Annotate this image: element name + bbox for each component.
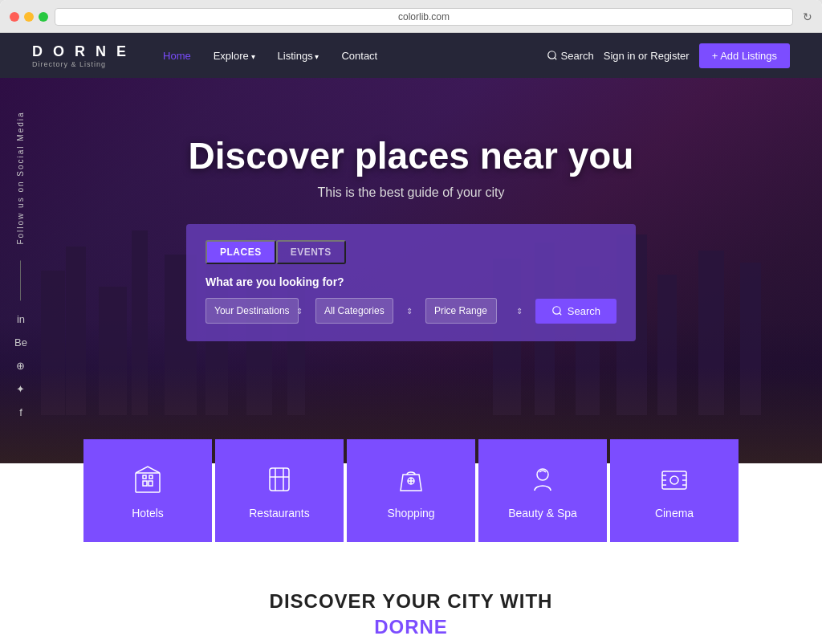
- linkedin-icon[interactable]: in: [17, 314, 25, 326]
- twitter-icon[interactable]: ✦: [16, 384, 25, 396]
- maximize-button[interactable]: [39, 12, 48, 22]
- hotels-icon: [130, 462, 165, 497]
- price-wrapper: Price Range $0 - $50 $50 - $100 $100+: [425, 298, 529, 324]
- destination-wrapper: Your Destinations New York Los Angeles C…: [206, 298, 309, 324]
- instagram-icon[interactable]: ⊕: [16, 361, 25, 373]
- price-select[interactable]: Price Range $0 - $50 $50 - $100 $100+: [425, 298, 497, 324]
- search-row: Your Destinations New York Los Angeles C…: [206, 298, 616, 324]
- logo-subtitle: Directory & Listing: [32, 60, 129, 68]
- logo-title: D O R N E: [32, 43, 129, 60]
- navbar: D O R N E Directory & Listing Home Explo…: [0, 33, 822, 78]
- svg-point-1: [553, 307, 560, 314]
- search-button[interactable]: Search: [547, 50, 594, 62]
- browser-window: colorlib.com ↻ D O R N E Directory & Lis…: [0, 0, 822, 644]
- category-tiles: Hotels Restaurants: [0, 439, 822, 542]
- add-listing-button[interactable]: + Add Listings: [699, 43, 790, 68]
- svg-point-0: [547, 51, 555, 59]
- category-beauty[interactable]: Beauty & Spa: [478, 439, 607, 542]
- logo: D O R N E Directory & Listing: [32, 43, 129, 68]
- svg-rect-2: [136, 473, 160, 492]
- site-content: D O R N E Directory & Listing Home Explo…: [0, 33, 822, 644]
- category-hotels[interactable]: Hotels: [83, 439, 212, 542]
- svg-point-16: [670, 476, 678, 484]
- destination-select[interactable]: Your Destinations New York Los Angeles C…: [206, 298, 299, 324]
- facebook-icon[interactable]: f: [19, 407, 22, 419]
- social-divider: [20, 261, 21, 301]
- address-bar[interactable]: colorlib.com: [55, 8, 793, 26]
- hero-section: Follow us on Social Media in Be ⊕ ✦ f Di…: [0, 78, 822, 463]
- category-wrapper: All Categories Hotels Restaurants Shoppi…: [315, 298, 419, 324]
- category-shopping[interactable]: Shopping: [347, 439, 475, 542]
- discover-section: DISCOVER YOUR CITY WITH DORNE Class apte…: [0, 542, 822, 644]
- shopping-icon: [393, 462, 429, 497]
- nav-right: Search Sign in or Register + Add Listing…: [547, 43, 790, 68]
- category-cinema[interactable]: Cinema: [610, 439, 739, 542]
- svg-rect-6: [149, 475, 153, 479]
- search-icon: [547, 50, 558, 61]
- signin-link[interactable]: Sign in or Register: [604, 50, 690, 62]
- minimize-button[interactable]: [24, 12, 34, 22]
- discover-title: DISCOVER YOUR CITY WITH: [32, 590, 790, 613]
- cinema-label: Cinema: [655, 507, 694, 520]
- nav-contact[interactable]: Contact: [332, 45, 387, 67]
- beauty-label: Beauty & Spa: [508, 507, 577, 520]
- nav-explore[interactable]: Explore: [204, 45, 265, 67]
- shopping-label: Shopping: [387, 507, 434, 520]
- social-label: Follow us on Social Media: [16, 111, 25, 244]
- svg-rect-3: [143, 481, 147, 486]
- search-label: What are you looking for?: [206, 275, 616, 288]
- svg-rect-7: [270, 468, 289, 491]
- category-restaurants[interactable]: Restaurants: [215, 439, 344, 542]
- category-select[interactable]: All Categories Hotels Restaurants Shoppi…: [315, 298, 393, 324]
- traffic-lights: [10, 12, 48, 22]
- hero-subtitle: This is the best guide of your city: [189, 185, 634, 200]
- search-submit-button[interactable]: Search: [535, 299, 616, 324]
- search-box: PLACES EVENTS What are you looking for? …: [186, 224, 636, 341]
- hotels-label: Hotels: [132, 507, 164, 520]
- social-sidebar: Follow us on Social Media in Be ⊕ ✦ f: [14, 111, 27, 430]
- close-button[interactable]: [10, 12, 19, 22]
- tab-events[interactable]: EVENTS: [276, 240, 346, 264]
- refresh-icon[interactable]: ↻: [803, 10, 812, 23]
- restaurants-icon: [262, 462, 297, 497]
- tab-places[interactable]: PLACES: [206, 240, 276, 264]
- cinema-icon: [657, 462, 692, 497]
- svg-rect-5: [143, 475, 146, 479]
- behance-icon[interactable]: Be: [14, 337, 27, 349]
- nav-links: Home Explore Listings Contact: [153, 45, 547, 67]
- hero-title: Discover places near you: [189, 134, 634, 177]
- search-tabs: PLACES EVENTS: [206, 240, 616, 264]
- svg-rect-4: [149, 481, 153, 486]
- nav-listings[interactable]: Listings: [268, 45, 329, 67]
- nav-home[interactable]: Home: [153, 45, 201, 67]
- discover-brand: DORNE: [32, 616, 790, 638]
- search-submit-icon: [551, 305, 563, 316]
- hero-content: Discover places near you This is the bes…: [189, 78, 634, 224]
- restaurants-label: Restaurants: [249, 507, 309, 520]
- beauty-icon: [525, 462, 560, 497]
- browser-chrome: colorlib.com ↻: [0, 0, 822, 33]
